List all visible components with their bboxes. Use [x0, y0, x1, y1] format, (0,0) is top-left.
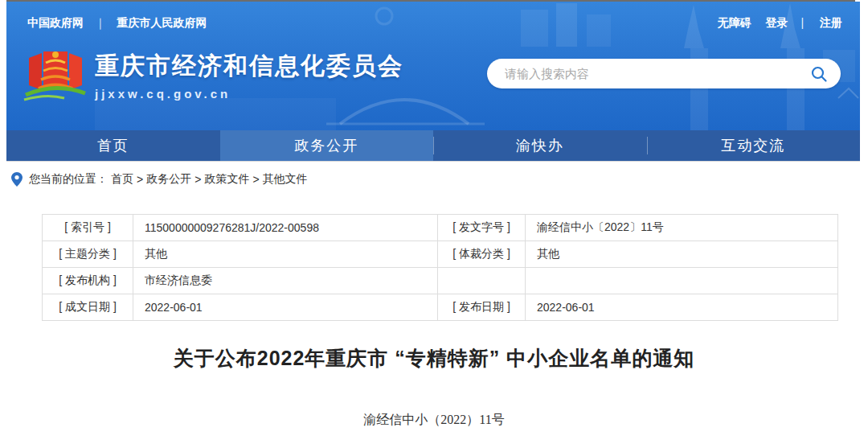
register-link[interactable]: 注册 — [820, 16, 842, 29]
breadcrumb: 您当前的位置： 首页 > 政务公开 > 政策文件 > 其他文件 — [0, 161, 868, 187]
meta-value-issuing-org: 市经济信息委 — [133, 268, 438, 294]
meta-label-topic-class: [ 主题分类 ] — [43, 241, 133, 268]
login-link[interactable]: 登录 — [766, 16, 788, 29]
meta-label-publish-date: [ 发布日期 ] — [438, 294, 526, 321]
meta-value-publish-date: 2022-06-01 — [526, 294, 838, 321]
meta-value-doc-symbol: 渝经信中小〔2022〕11号 — [526, 215, 838, 241]
page-title: 关于公布2022年重庆市 “专精特新” 中小企业名单的通知 — [0, 345, 868, 372]
doc-number: 渝经信中小（2022）11号 — [0, 412, 868, 429]
breadcrumb-other-files[interactable]: 其他文件 — [263, 172, 308, 187]
breadcrumb-policy-files[interactable]: 政策文件 — [204, 172, 249, 187]
page: 中国政府网 ｜ 重庆市人民政府网 无障碍 登录 | 注册 — [0, 0, 868, 444]
window-top-edge — [6, 0, 855, 2]
site-title: 重庆市经济和信息化委员会 — [95, 50, 403, 82]
breadcrumb-separator: > — [137, 173, 143, 186]
search-box — [487, 59, 841, 88]
breadcrumb-separator: > — [194, 173, 201, 186]
accessibility-link[interactable]: 无障碍 — [718, 16, 751, 29]
nav-tab-home[interactable]: 首页 — [6, 130, 220, 161]
top-bar-right: 无障碍 登录 | 注册 — [706, 16, 842, 34]
meta-label-empty — [438, 268, 526, 294]
site-logo-icon[interactable] — [23, 45, 88, 113]
breadcrumb-gov-info[interactable]: 政务公开 — [146, 172, 191, 187]
top-bar: 中国政府网 ｜ 重庆市人民政府网 无障碍 登录 | 注册 — [6, 16, 860, 34]
table-row: [ 发布机构 ] 市经济信息委 — [43, 268, 838, 294]
main-nav: 首页 政务公开 渝快办 互动交流 — [6, 130, 860, 161]
site-header: 中国政府网 ｜ 重庆市人民政府网 无障碍 登录 | 注册 — [6, 2, 860, 130]
table-row: [ 主题分类 ] 其他 [ 体裁分类 ] 其他 — [43, 241, 838, 268]
site-url: jjxxw.cq.gov.cn — [95, 87, 403, 101]
table-row: [ 成文日期 ] 2022-06-01 [ 发布日期 ] 2022-06-01 — [43, 294, 838, 321]
breadcrumb-home[interactable]: 首页 — [111, 172, 133, 187]
doc-meta-table: [ 索引号 ] 11500000009276281J/2022-00598 [ … — [42, 214, 838, 321]
meta-label-issuing-org: [ 发布机构 ] — [43, 268, 133, 294]
nav-tab-yukuaiban[interactable]: 渝快办 — [433, 130, 647, 161]
breadcrumb-separator: > — [252, 173, 259, 186]
location-pin-icon — [11, 172, 23, 187]
meta-label-index-no: [ 索引号 ] — [43, 215, 133, 241]
breadcrumb-prefix: 您当前的位置： — [29, 172, 108, 187]
meta-value-written-date: 2022-06-01 — [133, 294, 438, 321]
meta-value-index-no: 11500000009276281J/2022-00598 — [133, 215, 438, 241]
meta-label-doc-symbol: [ 发文字号 ] — [438, 215, 526, 241]
top-bar-separator: ｜ — [95, 16, 106, 29]
top-bar-left: 中国政府网 ｜ 重庆市人民政府网 — [27, 16, 207, 34]
site-brand: 重庆市经济和信息化委员会 jjxxw.cq.gov.cn — [23, 43, 403, 113]
meta-label-written-date: [ 成文日期 ] — [43, 294, 133, 321]
meta-value-genre-class: 其他 — [526, 241, 838, 268]
search-input[interactable] — [487, 67, 810, 80]
link-chongqing-gov[interactable]: 重庆市人民政府网 — [117, 16, 207, 29]
meta-value-topic-class: 其他 — [133, 241, 438, 268]
table-row: [ 索引号 ] 11500000009276281J/2022-00598 [ … — [43, 215, 838, 241]
login-register-divider: | — [800, 16, 804, 29]
nav-tab-gov-info[interactable]: 政务公开 — [220, 130, 434, 161]
link-china-gov[interactable]: 中国政府网 — [27, 16, 84, 29]
meta-label-genre-class: [ 体裁分类 ] — [438, 241, 526, 268]
meta-value-empty — [526, 268, 838, 294]
brand-text: 重庆市经济和信息化委员会 jjxxw.cq.gov.cn — [95, 43, 403, 101]
search-icon[interactable] — [810, 65, 828, 83]
nav-tab-interaction[interactable]: 互动交流 — [647, 130, 861, 161]
